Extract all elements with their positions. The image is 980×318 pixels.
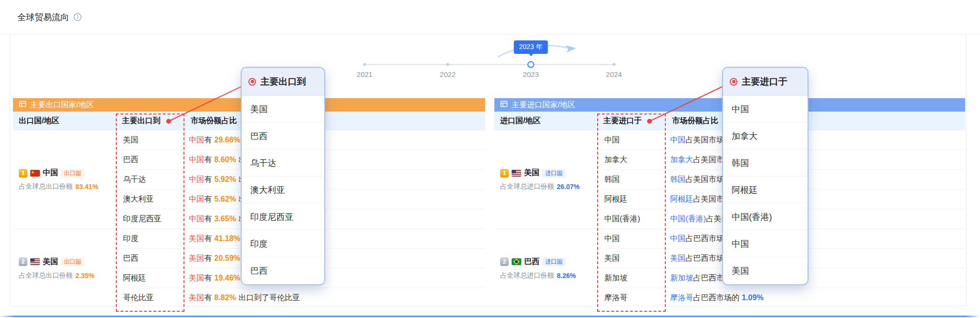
export-dest-cell: 巴西: [116, 150, 185, 170]
link-text: 有: [204, 254, 212, 264]
column-header-import-share: 市场份额占比: [666, 112, 965, 130]
exporter-country-name: 中国: [43, 168, 58, 178]
export-share-value: 2.35%: [75, 272, 95, 280]
source-country: 中国: [189, 135, 204, 145]
import-src-cell: 中国: [598, 130, 666, 150]
export-share-cell: 中国有29.66%出口到了美国: [185, 130, 485, 150]
import-share-cell: 中国(香港)占美国市场的: [666, 209, 965, 229]
popup-item[interactable]: 巴西: [242, 257, 324, 284]
target-icon: [730, 78, 737, 86]
import-src-cell: 韩国: [598, 170, 666, 190]
popup-item[interactable]: 加拿大: [723, 123, 808, 150]
import-share-value: 26.07%: [557, 183, 579, 191]
link-text: 有: [204, 135, 212, 145]
timeline-handle-2023[interactable]: [527, 61, 534, 68]
share-percent: 19.46%: [214, 274, 240, 282]
share-percent: 5.92%: [214, 175, 236, 184]
export-share-cell: 美国有8.82%出口到了哥伦比亚: [185, 288, 485, 306]
timeline-dot-2021[interactable]: [363, 63, 366, 66]
share-percent: 8.82%: [214, 293, 236, 302]
popup-item[interactable]: 乌干达: [242, 150, 324, 177]
popup-item[interactable]: 韩国: [723, 150, 808, 177]
popup-item[interactable]: 美国: [242, 96, 324, 123]
info-icon[interactable]: [74, 13, 82, 21]
page-title: 全球贸易流向: [17, 12, 69, 23]
export-dest-cell: 澳大利亚: [116, 190, 185, 209]
link-text: 有: [204, 175, 212, 185]
importer-country-name: 巴西: [524, 257, 539, 267]
export-dest-popup-title: 主要出口到: [260, 76, 306, 88]
source-country: 新加坡: [670, 273, 693, 283]
column-header-export-dest: 主要出口到: [116, 112, 185, 130]
link-text: 有: [204, 214, 212, 224]
column-header-import-country: 进口国/地区: [494, 112, 598, 130]
year-label-2023[interactable]: 2023: [512, 70, 550, 78]
import-src-cell: 加拿大: [598, 150, 666, 170]
import-src-popup-header: 主要进口于: [723, 68, 808, 96]
rank-2-badge: 2: [500, 257, 509, 266]
import-share-cell: 美国占巴西市场的: [666, 249, 965, 268]
popup-item[interactable]: 中国: [723, 96, 808, 123]
export-share-prefix: 占全球总出口份额: [19, 182, 73, 191]
importer-country-name: 美国: [524, 168, 539, 178]
source-country: 摩洛哥: [670, 293, 693, 303]
export-dest-popup: 主要出口到 美国 巴西 乌干达 澳大利亚 印度尼西亚 印度 巴西: [241, 67, 325, 285]
timeline-track[interactable]: [363, 64, 616, 65]
source-country: 美国: [189, 254, 204, 264]
export-dest-cell: 美国: [116, 130, 185, 150]
trade-panel: 2023 年 2021 2022 2023 2024 主要出口国家/地区 出口国…: [10, 35, 967, 306]
share-percent: 5.62%: [214, 195, 236, 204]
page-header: 全球贸易流向: [0, 0, 980, 35]
import-src-popup-title: 主要进口于: [742, 76, 787, 88]
link-text: 有: [204, 155, 212, 165]
import-src-cell: 摩洛哥: [598, 288, 666, 306]
import-share-prefix: 占全球总进口份额: [500, 182, 554, 191]
import-src-cell: 新加坡: [598, 268, 666, 288]
share-percent: 3.65%: [214, 215, 236, 223]
source-country: 美国: [189, 234, 204, 244]
export-table-title: 主要出口国家/地区: [30, 100, 94, 110]
source-country: 美国: [189, 273, 204, 283]
import-share-cell: 阿根廷占美国市场的: [666, 190, 965, 209]
popup-item[interactable]: 巴西: [242, 123, 324, 150]
usa-flag-icon: [512, 170, 521, 177]
export-share-cell: 中国有5.92%出口到了乌干达: [185, 170, 485, 190]
year-label-2022[interactable]: 2022: [429, 70, 467, 78]
import-share-cell: 新加坡占巴西市场的: [666, 268, 965, 288]
export-dest-popup-header: 主要出口到: [242, 68, 324, 96]
source-country: 中国: [670, 135, 686, 145]
export-dest-cell: 巴西: [116, 249, 185, 268]
popup-item[interactable]: 印度尼西亚: [242, 204, 324, 230]
source-country: 加拿大: [670, 155, 693, 165]
export-share-cell: 中国有8.60%出口到了巴西: [185, 150, 485, 170]
exporter-group-usa: 2 美国 出口国 占全球总出口份额 2.35%: [13, 229, 116, 306]
year-label-2024[interactable]: 2024: [595, 70, 633, 78]
share-percent: 8.60%: [214, 155, 236, 164]
import-src-cell: 美国: [598, 249, 666, 268]
import-share-cell: 摩洛哥占巴西市场的1.09%: [666, 288, 965, 306]
link-text: 有: [204, 293, 212, 303]
timeline-dot-2024[interactable]: [612, 63, 615, 66]
source-country: 中国: [189, 175, 204, 185]
year-label-2021[interactable]: 2021: [345, 70, 384, 78]
column-header-export-share: 市场份额占比: [185, 112, 485, 130]
importer-group-usa: 1 美国 进口国 占全球总进口份额 26.07%: [494, 130, 598, 229]
export-share-cell: 中国有5.62%出口到了澳大利亚: [185, 190, 485, 209]
exporter-type-badge: 出口国: [61, 257, 84, 266]
importer-group-brazil: 2 巴西 进口国 占全球总进口份额 8.26%: [494, 229, 598, 306]
popup-item[interactable]: 澳大利亚: [242, 177, 324, 204]
year-tooltip: 2023 年: [514, 40, 548, 54]
popup-item[interactable]: 印度: [242, 230, 324, 257]
usa-flag-icon: [30, 258, 40, 265]
export-dest-cell: 印度: [116, 229, 185, 249]
popup-item[interactable]: 中国: [723, 230, 808, 257]
source-country: 中国: [670, 234, 686, 244]
timeline-dot-2022[interactable]: [446, 63, 449, 66]
popup-item[interactable]: 美国: [723, 257, 808, 284]
import-share-cell: 中国占巴西市场的: [666, 229, 965, 249]
popup-item[interactable]: 阿根廷: [723, 177, 808, 204]
importer-type-badge: 进口国: [542, 169, 565, 178]
popup-item[interactable]: 中国(香港): [723, 204, 808, 230]
target-icon: [248, 78, 256, 86]
import-src-cell: 阿根廷: [598, 190, 666, 209]
